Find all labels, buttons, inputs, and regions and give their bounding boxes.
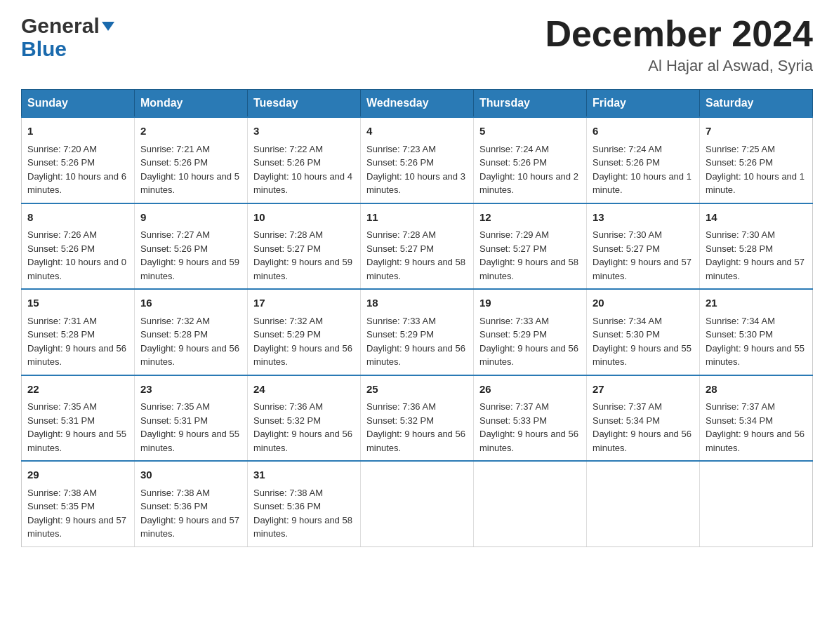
header-cell-sunday: Sunday <box>22 90 135 118</box>
day-number: 15 <box>27 295 128 311</box>
day-cell: 19 Sunrise: 7:33 AMSunset: 5:29 PMDaylig… <box>474 289 587 375</box>
day-cell: 25 Sunrise: 7:36 AMSunset: 5:32 PMDaylig… <box>361 375 474 462</box>
day-cell: 24 Sunrise: 7:36 AMSunset: 5:32 PMDaylig… <box>248 375 361 462</box>
day-info: Sunrise: 7:22 AMSunset: 5:26 PMDaylight:… <box>253 144 352 196</box>
day-info: Sunrise: 7:27 AMSunset: 5:26 PMDaylight:… <box>140 229 239 281</box>
day-info: Sunrise: 7:32 AMSunset: 5:28 PMDaylight:… <box>140 316 239 368</box>
day-info: Sunrise: 7:38 AMSunset: 5:36 PMDaylight:… <box>140 488 239 539</box>
day-info: Sunrise: 7:38 AMSunset: 5:36 PMDaylight:… <box>253 488 352 539</box>
day-cell: 8 Sunrise: 7:26 AMSunset: 5:26 PMDayligh… <box>22 203 135 290</box>
day-info: Sunrise: 7:33 AMSunset: 5:29 PMDaylight:… <box>366 316 465 368</box>
day-cell: 21 Sunrise: 7:34 AMSunset: 5:30 PMDaylig… <box>700 289 813 375</box>
week-row-3: 15 Sunrise: 7:31 AMSunset: 5:28 PMDaylig… <box>22 289 813 375</box>
day-cell: 9 Sunrise: 7:27 AMSunset: 5:26 PMDayligh… <box>135 203 248 290</box>
title-block: December 2024 Al Hajar al Aswad, Syria <box>545 14 813 75</box>
day-number: 10 <box>253 210 355 226</box>
day-info: Sunrise: 7:36 AMSunset: 5:32 PMDaylight:… <box>253 401 352 453</box>
day-cell: 3 Sunrise: 7:22 AMSunset: 5:26 PMDayligh… <box>248 117 361 203</box>
day-number: 29 <box>27 467 128 483</box>
header-cell-tuesday: Tuesday <box>248 90 361 118</box>
day-number: 17 <box>253 295 355 311</box>
calendar-table: SundayMondayTuesdayWednesdayThursdayFrid… <box>21 89 813 547</box>
day-info: Sunrise: 7:30 AMSunset: 5:28 PMDaylight:… <box>706 229 805 281</box>
day-number: 9 <box>140 210 241 226</box>
day-number: 4 <box>366 123 468 140</box>
day-cell: 26 Sunrise: 7:37 AMSunset: 5:33 PMDaylig… <box>474 375 587 462</box>
day-info: Sunrise: 7:26 AMSunset: 5:26 PMDaylight:… <box>27 229 126 281</box>
day-number: 8 <box>27 210 128 226</box>
day-number: 3 <box>253 123 355 140</box>
day-number: 22 <box>27 382 128 398</box>
day-cell <box>700 461 813 546</box>
day-number: 26 <box>479 382 581 398</box>
week-row-5: 29 Sunrise: 7:38 AMSunset: 5:35 PMDaylig… <box>22 461 813 546</box>
day-cell: 22 Sunrise: 7:35 AMSunset: 5:31 PMDaylig… <box>22 375 135 462</box>
day-info: Sunrise: 7:35 AMSunset: 5:31 PMDaylight:… <box>27 401 126 453</box>
day-number: 20 <box>593 295 694 311</box>
day-number: 6 <box>593 123 694 140</box>
week-row-2: 8 Sunrise: 7:26 AMSunset: 5:26 PMDayligh… <box>22 203 813 290</box>
day-number: 13 <box>593 210 694 226</box>
day-cell <box>587 461 700 546</box>
day-info: Sunrise: 7:30 AMSunset: 5:27 PMDaylight:… <box>593 229 691 281</box>
logo-line2: Blue <box>21 37 67 60</box>
day-number: 5 <box>479 123 581 140</box>
header-cell-friday: Friday <box>587 90 700 118</box>
page-header: General Blue December 2024 Al Hajar al A… <box>21 14 813 75</box>
day-cell: 28 Sunrise: 7:37 AMSunset: 5:34 PMDaylig… <box>700 375 813 462</box>
day-cell: 4 Sunrise: 7:23 AMSunset: 5:26 PMDayligh… <box>361 117 474 203</box>
day-cell: 17 Sunrise: 7:32 AMSunset: 5:29 PMDaylig… <box>248 289 361 375</box>
logo: General Blue <box>21 14 114 60</box>
day-info: Sunrise: 7:28 AMSunset: 5:27 PMDaylight:… <box>253 229 352 281</box>
week-row-4: 22 Sunrise: 7:35 AMSunset: 5:31 PMDaylig… <box>22 375 813 462</box>
day-cell: 16 Sunrise: 7:32 AMSunset: 5:28 PMDaylig… <box>135 289 248 375</box>
day-info: Sunrise: 7:35 AMSunset: 5:31 PMDaylight:… <box>140 401 239 453</box>
header-row: SundayMondayTuesdayWednesdayThursdayFrid… <box>22 90 813 118</box>
day-cell: 13 Sunrise: 7:30 AMSunset: 5:27 PMDaylig… <box>587 203 700 290</box>
day-cell: 20 Sunrise: 7:34 AMSunset: 5:30 PMDaylig… <box>587 289 700 375</box>
day-number: 14 <box>706 210 807 226</box>
day-number: 2 <box>140 123 241 140</box>
day-cell: 10 Sunrise: 7:28 AMSunset: 5:27 PMDaylig… <box>248 203 361 290</box>
day-info: Sunrise: 7:25 AMSunset: 5:26 PMDaylight:… <box>706 144 805 196</box>
day-info: Sunrise: 7:32 AMSunset: 5:29 PMDaylight:… <box>253 316 352 368</box>
header-cell-monday: Monday <box>135 90 248 118</box>
day-cell <box>474 461 587 546</box>
day-info: Sunrise: 7:29 AMSunset: 5:27 PMDaylight:… <box>479 229 578 281</box>
day-number: 18 <box>366 295 468 311</box>
location-title: Al Hajar al Aswad, Syria <box>545 57 813 75</box>
day-info: Sunrise: 7:34 AMSunset: 5:30 PMDaylight:… <box>593 316 691 368</box>
day-info: Sunrise: 7:33 AMSunset: 5:29 PMDaylight:… <box>479 316 578 368</box>
day-number: 24 <box>253 382 355 398</box>
day-number: 30 <box>140 467 241 483</box>
week-row-1: 1 Sunrise: 7:20 AMSunset: 5:26 PMDayligh… <box>22 117 813 203</box>
day-info: Sunrise: 7:31 AMSunset: 5:28 PMDaylight:… <box>27 316 126 368</box>
day-number: 19 <box>479 295 581 311</box>
day-info: Sunrise: 7:36 AMSunset: 5:32 PMDaylight:… <box>366 401 465 453</box>
day-number: 11 <box>366 210 468 226</box>
day-cell: 18 Sunrise: 7:33 AMSunset: 5:29 PMDaylig… <box>361 289 474 375</box>
day-info: Sunrise: 7:21 AMSunset: 5:26 PMDaylight:… <box>140 144 239 196</box>
header-cell-wednesday: Wednesday <box>361 90 474 118</box>
header-cell-thursday: Thursday <box>474 90 587 118</box>
day-info: Sunrise: 7:38 AMSunset: 5:35 PMDaylight:… <box>27 488 126 539</box>
day-number: 31 <box>253 467 355 483</box>
day-info: Sunrise: 7:20 AMSunset: 5:26 PMDaylight:… <box>27 144 126 196</box>
day-info: Sunrise: 7:37 AMSunset: 5:33 PMDaylight:… <box>479 401 578 453</box>
day-cell: 11 Sunrise: 7:28 AMSunset: 5:27 PMDaylig… <box>361 203 474 290</box>
day-number: 1 <box>27 123 128 140</box>
day-cell: 12 Sunrise: 7:29 AMSunset: 5:27 PMDaylig… <box>474 203 587 290</box>
logo-line1: General <box>21 14 114 37</box>
day-number: 16 <box>140 295 241 311</box>
day-cell: 7 Sunrise: 7:25 AMSunset: 5:26 PMDayligh… <box>700 117 813 203</box>
day-info: Sunrise: 7:37 AMSunset: 5:34 PMDaylight:… <box>593 401 691 453</box>
calendar-header: SundayMondayTuesdayWednesdayThursdayFrid… <box>22 90 813 118</box>
day-cell: 6 Sunrise: 7:24 AMSunset: 5:26 PMDayligh… <box>587 117 700 203</box>
day-cell: 15 Sunrise: 7:31 AMSunset: 5:28 PMDaylig… <box>22 289 135 375</box>
day-cell: 5 Sunrise: 7:24 AMSunset: 5:26 PMDayligh… <box>474 117 587 203</box>
day-info: Sunrise: 7:28 AMSunset: 5:27 PMDaylight:… <box>366 229 465 281</box>
day-cell: 1 Sunrise: 7:20 AMSunset: 5:26 PMDayligh… <box>22 117 135 203</box>
day-info: Sunrise: 7:24 AMSunset: 5:26 PMDaylight:… <box>593 144 691 196</box>
day-number: 27 <box>593 382 694 398</box>
day-info: Sunrise: 7:37 AMSunset: 5:34 PMDaylight:… <box>706 401 805 453</box>
